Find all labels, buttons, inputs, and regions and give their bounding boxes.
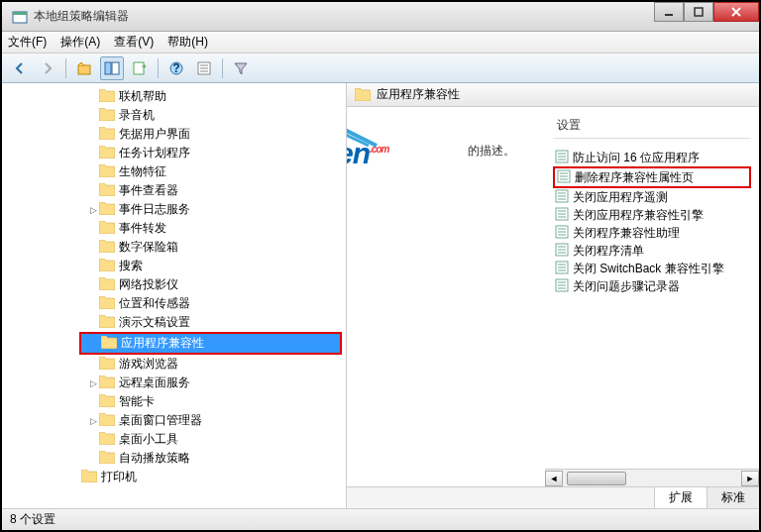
content-header: 应用程序兼容性 xyxy=(347,83,759,107)
setting-item[interactable]: 关闭问题步骤记录器 xyxy=(553,277,751,295)
setting-icon xyxy=(555,225,573,242)
help-button[interactable]: ? xyxy=(164,56,188,80)
tree-item[interactable]: 打印机 xyxy=(2,468,346,486)
scroll-track[interactable] xyxy=(563,472,741,485)
tree-label: 任务计划程序 xyxy=(119,145,190,161)
close-button[interactable] xyxy=(713,2,759,22)
tree-label: 事件日志服务 xyxy=(119,201,190,218)
export-button[interactable] xyxy=(128,56,152,80)
tree-item[interactable]: 事件转发 xyxy=(2,219,346,238)
expand-toggle[interactable]: ▷ xyxy=(87,205,99,215)
folder-icon xyxy=(99,296,119,312)
setting-item[interactable]: 关闭程序清单 xyxy=(553,242,751,260)
folder-icon xyxy=(99,89,119,105)
tree-item[interactable]: 联机帮助 xyxy=(2,87,346,106)
content-title: 应用程序兼容性 xyxy=(377,86,460,103)
tree-label: 数字保险箱 xyxy=(119,239,178,256)
tree-item[interactable]: 生物特征 xyxy=(2,162,346,181)
tree-item[interactable]: 任务计划程序 xyxy=(2,144,346,162)
tree-label: 应用程序兼容性 xyxy=(121,335,204,352)
minimize-button[interactable] xyxy=(654,2,684,22)
up-button[interactable] xyxy=(72,56,96,80)
setting-label: 关闭 SwitchBack 兼容性引擎 xyxy=(573,261,724,277)
forward-button[interactable] xyxy=(36,56,59,80)
setting-label: 关闭程序兼容性助理 xyxy=(573,225,680,242)
tab-standard[interactable]: 标准 xyxy=(707,486,759,508)
setting-label: 关闭问题步骤记录器 xyxy=(573,278,680,295)
tree-item[interactable]: 事件查看器 xyxy=(2,181,346,200)
scroll-right-button[interactable]: ► xyxy=(741,471,759,486)
app-icon xyxy=(12,9,28,25)
tree-item[interactable]: 数字保险箱 xyxy=(2,238,346,257)
content-tabs: 扩展 标准 xyxy=(347,486,759,508)
tree-panel[interactable]: 联机帮助录音机凭据用户界面任务计划程序生物特征事件查看器▷事件日志服务事件转发数… xyxy=(2,83,347,508)
menu-view[interactable]: 查看(V) xyxy=(114,34,154,51)
folder-icon xyxy=(99,315,119,331)
toolbar: ? xyxy=(2,53,759,83)
scroll-left-button[interactable]: ◄ xyxy=(545,471,563,486)
folder-icon xyxy=(99,432,119,448)
setting-icon xyxy=(555,150,573,166)
setting-item[interactable]: 删除程序兼容性属性页 xyxy=(555,168,749,186)
show-hide-tree-button[interactable] xyxy=(100,56,124,80)
folder-icon xyxy=(99,202,119,218)
horizontal-scrollbar[interactable]: ◄ ► xyxy=(545,469,759,486)
tree-label: 桌面小工具 xyxy=(119,431,178,448)
setting-label: 删除程序兼容性属性页 xyxy=(575,169,694,186)
folder-icon xyxy=(99,394,119,410)
tree-item[interactable]: ▷桌面窗口管理器 xyxy=(2,411,346,430)
tree-label: 位置和传感器 xyxy=(119,295,190,312)
tree-label: 桌面窗口管理器 xyxy=(119,412,202,429)
tree-item[interactable]: 位置和传感器 xyxy=(2,294,346,313)
maximize-button[interactable] xyxy=(684,2,713,22)
description-panel: Windows7en.com 的描述。 xyxy=(347,107,545,486)
tree-item[interactable]: 演示文稿设置 xyxy=(2,313,346,332)
statusbar: 8 个设置 xyxy=(2,508,759,530)
tree-label: 录音机 xyxy=(119,107,155,124)
tree-item[interactable]: 自动播放策略 xyxy=(2,449,346,468)
titlebar[interactable]: 本地组策略编辑器 xyxy=(2,2,759,32)
setting-item[interactable]: 防止访问 16 位应用程序 xyxy=(553,149,751,166)
tree-label: 事件查看器 xyxy=(119,182,178,199)
window-title: 本地组策略编辑器 xyxy=(34,8,755,25)
tree-item[interactable]: 游戏浏览器 xyxy=(2,355,346,373)
menu-file[interactable]: 文件(F) xyxy=(8,34,47,51)
menu-action[interactable]: 操作(A) xyxy=(60,34,100,51)
settings-panel: 设置 防止访问 16 位应用程序删除程序兼容性属性页关闭应用程序遥测关闭应用程序… xyxy=(545,107,759,486)
setting-item[interactable]: 关闭程序兼容性助理 xyxy=(553,224,751,242)
setting-icon xyxy=(555,278,573,295)
folder-icon xyxy=(99,221,119,237)
properties-button[interactable] xyxy=(192,56,216,80)
folder-icon xyxy=(99,164,119,180)
separator xyxy=(65,58,66,78)
svg-rect-2 xyxy=(665,14,673,16)
setting-item[interactable]: 关闭 SwitchBack 兼容性引擎 xyxy=(553,260,751,277)
back-button[interactable] xyxy=(8,56,32,80)
folder-icon xyxy=(355,88,371,101)
tab-extended[interactable]: 扩展 xyxy=(654,486,707,508)
tree-item[interactable]: 搜索 xyxy=(2,257,346,275)
tree-item[interactable]: 网络投影仪 xyxy=(2,275,346,294)
tree-item[interactable]: 桌面小工具 xyxy=(2,430,346,449)
setting-item[interactable]: 关闭应用程序兼容性引擎 xyxy=(553,206,751,224)
tree-item[interactable]: 应用程序兼容性 xyxy=(81,334,340,353)
filter-button[interactable] xyxy=(229,56,253,80)
expand-toggle[interactable]: ▷ xyxy=(87,378,99,388)
menubar: 文件(F) 操作(A) 查看(V) 帮助(H) xyxy=(2,32,759,53)
folder-icon xyxy=(99,451,119,467)
tree-item[interactable]: 凭据用户界面 xyxy=(2,125,346,144)
tree-label: 演示文稿设置 xyxy=(119,314,190,331)
tree-item[interactable]: ▷远程桌面服务 xyxy=(2,373,346,392)
folder-icon xyxy=(99,127,119,143)
tree-item[interactable]: ▷事件日志服务 xyxy=(2,200,346,219)
settings-column-header[interactable]: 设置 xyxy=(553,117,751,139)
status-text: 8 个设置 xyxy=(10,511,55,528)
tree-label: 事件转发 xyxy=(119,220,166,237)
expand-toggle[interactable]: ▷ xyxy=(87,416,99,426)
folder-icon xyxy=(99,146,119,161)
setting-item[interactable]: 关闭应用程序遥测 xyxy=(553,188,751,206)
scroll-thumb[interactable] xyxy=(567,472,626,485)
tree-item[interactable]: 录音机 xyxy=(2,106,346,125)
tree-item[interactable]: 智能卡 xyxy=(2,392,346,411)
menu-help[interactable]: 帮助(H) xyxy=(167,34,208,51)
